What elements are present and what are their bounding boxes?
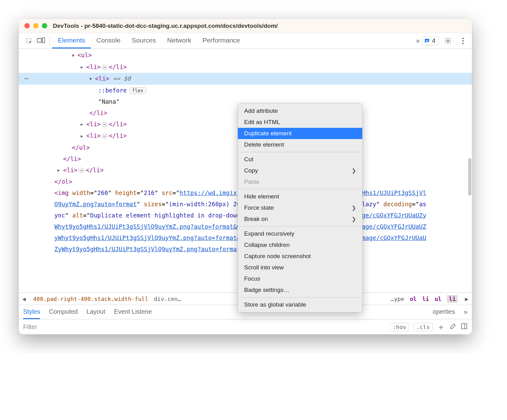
tab-network[interactable]: Network — [162, 33, 197, 48]
ctx-capture-screenshot[interactable]: Capture node screenshot — [238, 251, 362, 262]
breadcrumb-item[interactable]: ol — [410, 296, 417, 302]
main-toolbar: Elements Console Sources Network Perform… — [19, 33, 472, 49]
ctx-badge-settings[interactable]: Badge settings… — [238, 284, 362, 296]
minimize-window-button[interactable] — [33, 23, 38, 28]
devtools-window: DevTools - pr-5840-static-dot-dcc-stagin… — [19, 19, 472, 334]
breadcrumb-scroll-left[interactable]: ◀ — [21, 296, 28, 302]
breadcrumb-item[interactable]: div.cen… — [154, 296, 181, 302]
breadcrumb-item-active[interactable]: li — [447, 295, 458, 303]
tab-sources[interactable]: Sources — [126, 33, 162, 48]
svg-rect-9 — [462, 323, 467, 329]
text-node[interactable]: "Nana" — [98, 98, 120, 105]
ctx-focus[interactable]: Focus — [238, 273, 362, 284]
kebab-menu-icon[interactable] — [457, 33, 469, 49]
ctx-add-attribute[interactable]: Add attribute — [238, 105, 362, 117]
window-title: DevTools - pr-5840-static-dot-dcc-stagin… — [53, 22, 278, 29]
ctx-hide-element[interactable]: Hide element — [238, 191, 362, 202]
ctx-separator — [238, 226, 362, 227]
ctx-separator — [238, 189, 362, 189]
ctx-edit-as-html[interactable]: Edit as HTML — [238, 117, 362, 128]
svg-rect-3 — [426, 40, 428, 41]
scrollbar-thumb[interactable] — [468, 158, 471, 196]
ellipsis-icon[interactable]: ⋯ — [102, 65, 108, 70]
dom-tag-li[interactable]: <li> — [86, 63, 101, 70]
svg-rect-4 — [426, 41, 427, 42]
flex-badge[interactable]: flex — [129, 87, 146, 94]
ctx-separator — [238, 297, 362, 298]
sidebar-overflow-chevron[interactable]: » — [464, 308, 468, 316]
pseudo-before[interactable]: ::before — [98, 87, 127, 94]
svg-rect-2 — [42, 38, 45, 43]
styles-filter-input[interactable] — [23, 323, 385, 331]
tab-computed[interactable]: Computed — [49, 305, 78, 319]
breadcrumb-item[interactable]: 400.pad-right-400.stack.width-full — [33, 296, 148, 302]
tab-performance[interactable]: Performance — [197, 33, 246, 48]
toolbar-separator — [49, 37, 50, 45]
tab-console[interactable]: Console — [91, 33, 126, 48]
new-style-rule-icon[interactable]: ＋ — [437, 322, 445, 332]
svg-point-5 — [447, 40, 449, 42]
tab-elements[interactable]: Elements — [52, 33, 91, 48]
computed-sidebar-icon[interactable] — [461, 323, 468, 331]
ctx-paste: Paste — [238, 176, 362, 188]
cls-toggle[interactable]: .cls — [414, 323, 433, 331]
breadcrumb-scroll-right[interactable]: ▶ — [463, 296, 470, 302]
tab-properties-partial[interactable]: operties — [433, 305, 455, 319]
dom-selected-row[interactable]: ⋯ ▼<li> == $0 — [19, 73, 472, 85]
chevron-right-icon: ❯ — [352, 168, 356, 174]
context-menu: Add attribute Edit as HTML Duplicate ele… — [238, 103, 363, 312]
ctx-duplicate-element[interactable]: Duplicate element — [238, 128, 362, 139]
dollar-zero-indicator: == $0 — [109, 75, 131, 82]
issues-count: 4 — [432, 37, 435, 44]
device-toolbar-icon[interactable] — [35, 33, 47, 49]
ctx-force-state[interactable]: Force state❯ — [238, 202, 362, 213]
tab-layout[interactable]: Layout — [87, 305, 105, 319]
ctx-cut[interactable]: Cut — [238, 154, 362, 165]
ctx-break-on[interactable]: Break on❯ — [238, 213, 362, 225]
panel-tabs: Elements Console Sources Network Perform… — [52, 33, 246, 48]
ellipsis-icon[interactable]: ⋯ — [102, 133, 108, 139]
ellipsis-icon[interactable]: ⋯ — [78, 168, 85, 173]
breadcrumb-item[interactable]: …ype — [391, 296, 404, 302]
inspect-element-icon[interactable] — [23, 33, 35, 49]
traffic-lights — [24, 23, 47, 28]
svg-point-8 — [462, 42, 464, 44]
tabs-overflow-chevron[interactable]: » — [416, 37, 420, 45]
ellipsis-icon[interactable]: ⋯ — [102, 122, 108, 127]
maximize-window-button[interactable] — [42, 23, 47, 28]
ctx-expand-recursively[interactable]: Expand recursively — [238, 228, 362, 239]
ctx-collapse-children[interactable]: Collapse children — [238, 239, 362, 251]
breadcrumb-item[interactable]: ul — [435, 296, 442, 302]
styles-filter-row: :hov .cls ＋ — [19, 319, 472, 334]
ctx-delete-element[interactable]: Delete element — [238, 139, 362, 150]
chevron-right-icon: ❯ — [352, 216, 356, 222]
ctx-store-global[interactable]: Store as global variable — [238, 299, 362, 310]
settings-icon[interactable] — [442, 33, 454, 49]
breadcrumb-item[interactable]: li — [422, 296, 429, 302]
chevron-right-icon: ❯ — [352, 205, 356, 211]
tab-styles[interactable]: Styles — [23, 305, 40, 319]
svg-point-6 — [462, 38, 464, 39]
close-window-button[interactable] — [24, 23, 30, 28]
ctx-scroll-into-view[interactable]: Scroll into view — [238, 262, 362, 273]
svg-point-7 — [462, 40, 464, 42]
svg-rect-1 — [37, 38, 42, 42]
ctx-separator — [238, 152, 362, 152]
titlebar: DevTools - pr-5840-static-dot-dcc-stagin… — [19, 19, 472, 33]
row-actions-icon[interactable]: ⋯ — [24, 73, 29, 84]
issues-badge[interactable]: 4 — [422, 36, 439, 45]
paint-brush-icon[interactable] — [449, 323, 456, 331]
hov-toggle[interactable]: :hov — [390, 323, 409, 331]
ctx-copy[interactable]: Copy❯ — [238, 165, 362, 176]
tab-event-listeners[interactable]: Event Listene — [114, 305, 152, 319]
dom-tag-ul[interactable]: <ul> — [78, 52, 92, 58]
